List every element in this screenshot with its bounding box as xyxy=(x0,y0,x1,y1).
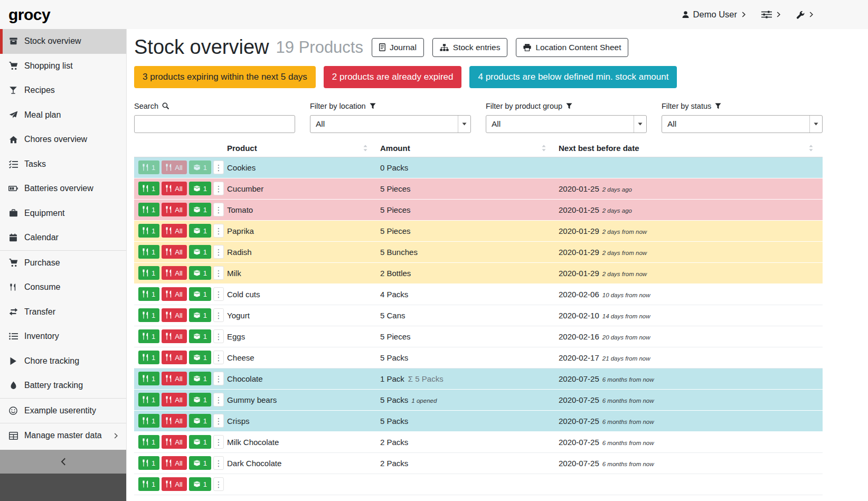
consume-one-button[interactable]: 1 xyxy=(138,477,159,491)
sidebar-item-inventory[interactable]: Inventory xyxy=(0,324,126,349)
user-menu[interactable]: Demo User xyxy=(682,10,746,20)
row-menu-button[interactable]: ⋮ xyxy=(213,435,224,449)
open-one-button[interactable]: 1 xyxy=(189,393,211,407)
app-logo[interactable]: grocy xyxy=(8,6,50,24)
open-one-button[interactable]: 1 xyxy=(189,160,211,174)
row-menu-button[interactable]: ⋮ xyxy=(213,308,224,322)
alert-expired[interactable]: 2 products are already expired xyxy=(324,66,462,88)
sidebar-item-consume[interactable]: Consume xyxy=(0,275,126,300)
open-one-button[interactable]: 1 xyxy=(189,266,211,280)
consume-all-button[interactable]: All xyxy=(162,435,186,449)
status-filter-select[interactable]: All xyxy=(662,115,823,133)
sidebar-item-chore-tracking[interactable]: Chore tracking xyxy=(0,349,126,374)
sidebar-item-meal-plan[interactable]: Meal plan xyxy=(0,103,126,128)
consume-one-button[interactable]: 1 xyxy=(138,203,159,216)
consume-all-button[interactable]: All xyxy=(162,287,186,301)
consume-all-button[interactable]: All xyxy=(162,203,186,216)
row-menu-button[interactable]: ⋮ xyxy=(213,414,224,428)
alert-expiring-soon[interactable]: 3 products expiring within the next 5 da… xyxy=(134,66,316,88)
open-one-button[interactable]: 1 xyxy=(189,308,211,322)
consume-all-button[interactable]: All xyxy=(162,477,186,491)
row-menu-button[interactable]: ⋮ xyxy=(213,477,224,491)
row-menu-button[interactable]: ⋮ xyxy=(213,160,224,174)
open-one-button[interactable]: 1 xyxy=(189,245,211,259)
alert-below-min-stock[interactable]: 4 products are below defined min. stock … xyxy=(469,66,677,88)
product-group-filter-select[interactable]: All xyxy=(486,115,647,133)
column-header-product[interactable]: Product xyxy=(224,144,377,153)
consume-one-button[interactable]: 1 xyxy=(138,393,159,407)
open-one-button[interactable]: 1 xyxy=(189,329,211,343)
journal-button[interactable]: Journal xyxy=(372,38,424,57)
consume-all-button[interactable]: All xyxy=(162,329,186,343)
consume-all-button[interactable]: All xyxy=(162,182,186,195)
search-input[interactable] xyxy=(134,115,295,133)
sidebar-item-shopping-list[interactable]: Shopping list xyxy=(0,54,126,79)
consume-one-button[interactable]: 1 xyxy=(138,182,159,195)
stock-entries-button[interactable]: Stock entries xyxy=(432,38,508,57)
location-content-sheet-button[interactable]: Location Content Sheet xyxy=(516,38,628,57)
consume-one-button[interactable]: 1 xyxy=(138,160,159,174)
sidebar-item-battery-tracking[interactable]: Battery tracking xyxy=(0,373,126,398)
sidebar-item-stock-overview[interactable]: Stock overview xyxy=(0,29,126,54)
open-one-button[interactable]: 1 xyxy=(189,435,211,449)
consume-all-button[interactable]: All xyxy=(162,351,186,364)
row-menu-button[interactable]: ⋮ xyxy=(213,287,224,301)
column-header-amount[interactable]: Amount xyxy=(377,144,555,153)
open-one-button[interactable]: 1 xyxy=(189,351,211,364)
row-menu-button[interactable]: ⋮ xyxy=(213,393,224,407)
sidebar-item-purchase[interactable]: Purchase xyxy=(0,251,126,276)
consume-one-button[interactable]: 1 xyxy=(138,351,159,364)
sidebar-item-chores-overview[interactable]: Chores overview xyxy=(0,127,126,152)
consume-all-button[interactable]: All xyxy=(162,456,186,470)
utensils-icon xyxy=(166,248,172,256)
sidebar-item-recipes[interactable]: Recipes xyxy=(0,78,126,103)
consume-all-button[interactable]: All xyxy=(162,160,186,174)
sidebar-item-tasks[interactable]: Tasks xyxy=(0,152,126,177)
sidebar-item-equipment[interactable]: Equipment xyxy=(0,201,126,226)
row-menu-button[interactable]: ⋮ xyxy=(213,329,224,343)
row-menu-button[interactable]: ⋮ xyxy=(213,182,224,195)
consume-one-button[interactable]: 1 xyxy=(138,329,159,343)
consume-all-button[interactable]: All xyxy=(162,372,186,385)
consume-one-button[interactable]: 1 xyxy=(138,456,159,470)
row-menu-button[interactable]: ⋮ xyxy=(213,266,224,280)
row-menu-button[interactable]: ⋮ xyxy=(213,224,224,238)
open-one-button[interactable]: 1 xyxy=(189,203,211,216)
row-menu-button[interactable]: ⋮ xyxy=(213,456,224,470)
row-menu-button[interactable]: ⋮ xyxy=(213,203,224,216)
consume-all-button[interactable]: All xyxy=(162,266,186,280)
open-one-button[interactable]: 1 xyxy=(189,224,211,238)
row-menu-button[interactable]: ⋮ xyxy=(213,372,224,385)
sidebar-item-transfer[interactable]: Transfer xyxy=(0,300,126,325)
consume-one-button[interactable]: 1 xyxy=(138,266,159,280)
row-menu-button[interactable]: ⋮ xyxy=(213,245,224,259)
settings-menu[interactable] xyxy=(761,11,780,18)
admin-menu[interactable] xyxy=(796,11,813,19)
consume-one-button[interactable]: 1 xyxy=(138,435,159,449)
consume-all-button[interactable]: All xyxy=(162,414,186,428)
row-menu-button[interactable]: ⋮ xyxy=(213,351,224,364)
sidebar-item-example-userentity[interactable]: Example userentity xyxy=(0,399,126,423)
consume-one-button[interactable]: 1 xyxy=(138,372,159,385)
open-one-button[interactable]: 1 xyxy=(189,477,211,491)
sidebar-item-calendar[interactable]: Calendar xyxy=(0,225,126,250)
consume-all-button[interactable]: All xyxy=(162,224,186,238)
sidebar-item-batteries-overview[interactable]: Batteries overview xyxy=(0,176,126,201)
open-one-button[interactable]: 1 xyxy=(189,182,211,195)
open-one-button[interactable]: 1 xyxy=(189,372,211,385)
consume-all-button[interactable]: All xyxy=(162,308,186,322)
open-one-button[interactable]: 1 xyxy=(189,287,211,301)
consume-one-button[interactable]: 1 xyxy=(138,287,159,301)
open-one-button[interactable]: 1 xyxy=(189,414,211,428)
consume-all-button[interactable]: All xyxy=(162,393,186,407)
sidebar-collapse-button[interactable] xyxy=(0,450,126,474)
consume-one-button[interactable]: 1 xyxy=(138,245,159,259)
consume-one-button[interactable]: 1 xyxy=(138,414,159,428)
sidebar-item-manage-master-data[interactable]: Manage master data xyxy=(0,423,126,448)
consume-all-button[interactable]: All xyxy=(162,245,186,259)
consume-one-button[interactable]: 1 xyxy=(138,224,159,238)
location-filter-select[interactable]: All xyxy=(310,115,471,133)
consume-one-button[interactable]: 1 xyxy=(138,308,159,322)
open-one-button[interactable]: 1 xyxy=(189,456,211,470)
column-header-best-before[interactable]: Next best before date xyxy=(555,144,823,153)
